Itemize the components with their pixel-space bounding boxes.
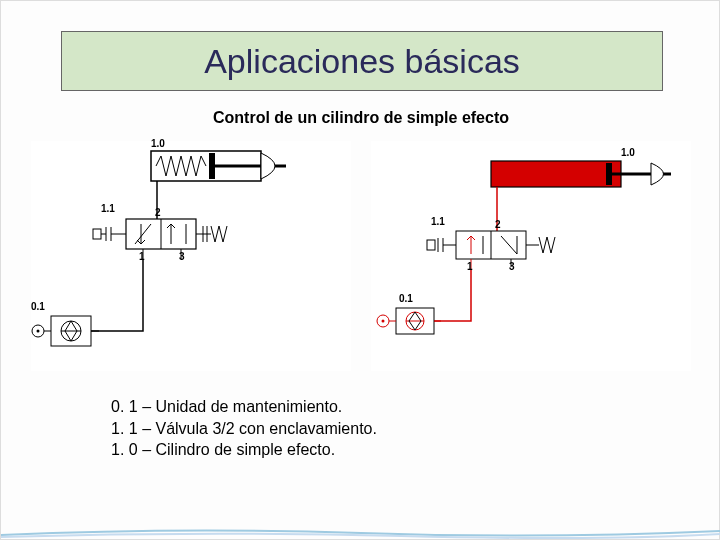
diagram-left: 1.0 1.1 0.1 2 1 3 (31, 141, 351, 371)
label-source: 0.1 (31, 301, 45, 312)
air-source-icon (377, 315, 396, 327)
air-source-icon (32, 325, 51, 337)
svg-rect-5 (93, 229, 101, 239)
legend-line: 1. 0 – Cilindro de simple efecto. (111, 439, 491, 461)
svg-point-28 (382, 320, 385, 323)
label-source: 0.1 (399, 293, 413, 304)
label-port3: 3 (179, 251, 185, 262)
svg-rect-1 (209, 153, 215, 179)
label-port1: 1 (139, 251, 145, 262)
svg-rect-16 (606, 163, 612, 185)
supply-line (431, 269, 471, 321)
label-port2: 2 (495, 219, 501, 230)
footer-decoration (1, 525, 720, 539)
diagram-right: 1.0 1.1 0.1 2 1 3 (371, 141, 691, 371)
frl-unit-icon (396, 308, 441, 334)
label-port1: 1 (467, 261, 473, 272)
cylinder-icon (491, 161, 671, 187)
label-cylinder: 1.0 (621, 147, 635, 158)
subtitle: Control de un cilindro de simple efecto (1, 109, 720, 127)
cylinder-icon (151, 151, 286, 181)
valve-icon (93, 219, 227, 249)
frl-unit-icon (51, 316, 99, 346)
label-valve: 1.1 (101, 203, 115, 214)
valve-icon (427, 231, 555, 259)
legend-line: 0. 1 – Unidad de mantenimiento. (111, 396, 491, 418)
svg-rect-15 (491, 161, 621, 187)
diagram-row: 1.0 1.1 0.1 2 1 3 (31, 141, 691, 371)
label-port2: 2 (155, 207, 161, 218)
svg-rect-20 (427, 240, 435, 250)
label-port3: 3 (509, 261, 515, 272)
label-cylinder: 1.0 (151, 138, 165, 149)
title-box: Aplicaciones básicas (61, 31, 663, 91)
page-title: Aplicaciones básicas (204, 42, 520, 81)
legend: 0. 1 – Unidad de mantenimiento. 1. 1 – V… (111, 396, 491, 461)
legend-line: 1. 1 – Válvula 3/2 con enclavamiento. (111, 418, 491, 440)
svg-point-13 (37, 330, 40, 333)
supply-line (86, 259, 143, 331)
label-valve: 1.1 (431, 216, 445, 227)
